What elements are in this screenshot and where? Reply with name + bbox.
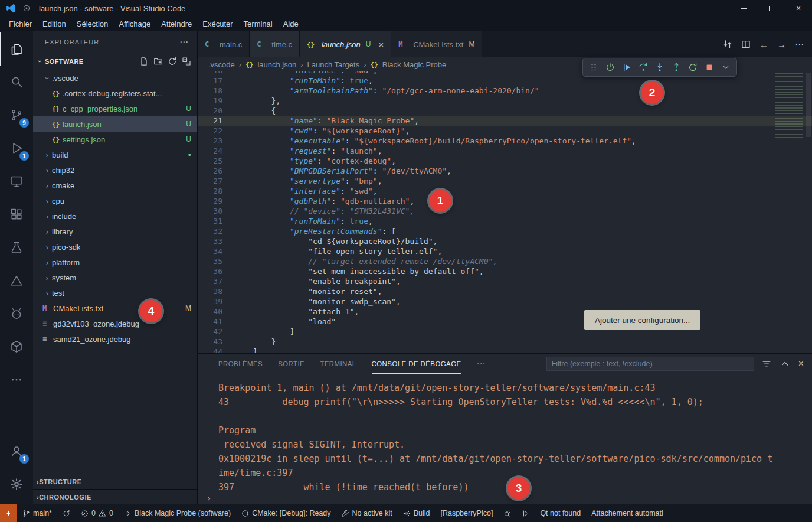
tree-item-cortex-debug-registers-stat[interactable]: {}.cortex-debug.registers.stat... bbox=[33, 86, 197, 101]
tree-item-build[interactable]: ›build● bbox=[33, 147, 197, 162]
activity-accounts[interactable]: 1 bbox=[0, 435, 33, 468]
status-auto-attach[interactable]: Attachement automati bbox=[586, 504, 669, 522]
restart-button[interactable] bbox=[685, 60, 700, 75]
maximize-button[interactable] bbox=[758, 0, 785, 17]
status-cmake-run[interactable] bbox=[516, 504, 535, 522]
tab-main-c[interactable]: Cmain.c bbox=[198, 31, 250, 57]
close-icon[interactable]: × bbox=[378, 40, 384, 50]
activity-extensions[interactable] bbox=[0, 198, 33, 231]
panel-more-icon[interactable]: ⋯ bbox=[477, 358, 486, 369]
tab-launch-json[interactable]: {}launch.jsonU× bbox=[300, 31, 391, 57]
tree-item-cmakelists-txt[interactable]: MCMakeLists.txtM bbox=[33, 301, 197, 316]
activity-more-views[interactable] bbox=[0, 363, 33, 396]
drag-grip-button[interactable] bbox=[586, 60, 601, 75]
step-over-button[interactable] bbox=[636, 60, 651, 75]
chevron-up-icon[interactable] bbox=[780, 359, 790, 368]
panel-tab-sortie[interactable]: SORTIE bbox=[278, 354, 304, 374]
panel-tab-problemes[interactable]: PROBLÈMES bbox=[218, 354, 263, 374]
minimap[interactable] bbox=[775, 73, 803, 139]
activity-run-and-debug[interactable]: 1 bbox=[0, 132, 33, 165]
tree-item-pico-sdk[interactable]: ›pico-sdk bbox=[33, 239, 197, 255]
status-cmake-target[interactable]: [RaspberryPico] bbox=[435, 504, 498, 522]
activity-platformio[interactable] bbox=[0, 297, 33, 330]
more-actions-icon[interactable]: ⋯ bbox=[795, 39, 804, 50]
tab-time-c[interactable]: Ctime.c bbox=[250, 31, 300, 57]
chevron-down-button[interactable] bbox=[718, 60, 734, 75]
console-filter-input[interactable] bbox=[546, 357, 754, 371]
status-cmake-build[interactable]: Build bbox=[398, 504, 436, 522]
status-cmake-status[interactable]: CMake: [Debug]: Ready bbox=[236, 504, 336, 522]
tree-item-settings-json[interactable]: {}settings.jsonU bbox=[33, 132, 197, 147]
stop-button[interactable] bbox=[702, 60, 717, 75]
refresh-icon[interactable] bbox=[168, 57, 177, 66]
status-problems[interactable]: 00 bbox=[76, 504, 119, 522]
step-out-button[interactable] bbox=[669, 60, 684, 75]
tree-item-chip32[interactable]: ›chip32 bbox=[33, 162, 197, 178]
tree-item-platform[interactable]: ›platform bbox=[33, 255, 197, 270]
add-configuration-button[interactable]: Ajouter une configuration... bbox=[584, 310, 700, 330]
menu-terminal[interactable]: Terminal bbox=[238, 17, 278, 31]
section-software[interactable]: › SOFTWARE bbox=[33, 53, 197, 70]
status-cmake-debug[interactable] bbox=[498, 504, 516, 522]
activity-settings[interactable] bbox=[0, 468, 33, 501]
code-editor[interactable]: 16 "interface": "swd",17 "runToMain": tr… bbox=[198, 71, 812, 353]
new-file-icon[interactable] bbox=[139, 57, 149, 66]
tree-item-cpu[interactable]: ›cpu bbox=[33, 193, 197, 208]
step-into-button[interactable] bbox=[652, 60, 667, 75]
section-structure[interactable]: ›STRUCTURE bbox=[33, 474, 197, 489]
breadcrumb-item-black-magic-probe[interactable]: {}Black Magic Probe bbox=[371, 60, 447, 69]
menu-selection[interactable]: Sélection bbox=[71, 17, 113, 31]
menu-affichage[interactable]: Affichage bbox=[113, 17, 156, 31]
status-git-branch[interactable]: main* bbox=[17, 504, 57, 522]
status-sync[interactable] bbox=[57, 504, 76, 522]
menu-edition[interactable]: Edition bbox=[37, 17, 71, 31]
tree-item-test[interactable]: ›test bbox=[33, 285, 197, 301]
tab-cmakelists-txt[interactable]: MCMakeLists.txtM bbox=[391, 31, 482, 57]
menu-aide[interactable]: Aide bbox=[278, 17, 304, 31]
activity-testing[interactable] bbox=[0, 231, 33, 264]
status-remote-indicator[interactable] bbox=[0, 504, 17, 522]
close-panel-icon[interactable]: × bbox=[798, 358, 804, 369]
breadcrumb-item-launch-json[interactable]: {}launch.json bbox=[245, 60, 296, 69]
power-button[interactable] bbox=[603, 60, 618, 75]
scrollbar[interactable] bbox=[806, 73, 811, 137]
tree-item-vscode[interactable]: ›.vscode bbox=[33, 70, 197, 86]
section-chronologie[interactable]: ›CHRONOLOGIE bbox=[33, 489, 197, 504]
console-prompt[interactable]: › bbox=[198, 492, 812, 504]
activity-cmake-tools[interactable] bbox=[0, 264, 33, 297]
panel-tab-console-de-debogage[interactable]: CONSOLE DE DÉBOGAGE bbox=[372, 354, 461, 374]
tree-item-launch-json[interactable]: {}launch.jsonU bbox=[33, 116, 197, 132]
status-launch-config[interactable]: Black Magic Probe (software) bbox=[119, 504, 236, 522]
activity-search[interactable] bbox=[0, 66, 33, 99]
panel-tab-terminal[interactable]: TERMINAL bbox=[320, 354, 356, 374]
back-icon[interactable]: ← bbox=[759, 40, 768, 50]
tree-item-include[interactable]: ›include bbox=[33, 208, 197, 224]
split-icon[interactable] bbox=[741, 40, 751, 49]
close-button[interactable]: × bbox=[785, 0, 812, 17]
breadcrumb-item-launch-targets[interactable]: Launch Targets bbox=[307, 60, 360, 69]
new-folder-icon[interactable] bbox=[153, 57, 163, 66]
forward-icon[interactable]: → bbox=[777, 40, 786, 50]
breadcrumb-item-vscode[interactable]: .vscode bbox=[208, 60, 235, 69]
tree-item-library[interactable]: ›library bbox=[33, 224, 197, 239]
menu-executer[interactable]: Exécuter bbox=[197, 17, 238, 31]
activity-source-control[interactable]: 9 bbox=[0, 99, 33, 132]
menu-fichier[interactable]: Fichier bbox=[4, 17, 37, 31]
filter-icon[interactable] bbox=[762, 359, 771, 368]
tree-item-system[interactable]: ›system bbox=[33, 270, 197, 285]
activity-package-explorer[interactable] bbox=[0, 330, 33, 363]
tree-item-c-cpp-properties-json[interactable]: {}c_cpp_properties.jsonU bbox=[33, 101, 197, 116]
compare-icon[interactable] bbox=[723, 40, 732, 49]
activity-explorer[interactable] bbox=[0, 32, 33, 66]
tree-item-samd21-ozone-jdebug[interactable]: ≡samd21_ozone.jdebug bbox=[33, 331, 197, 347]
tree-item-cmake[interactable]: ›cmake bbox=[33, 178, 197, 193]
explorer-more-icon[interactable]: ⋯ bbox=[179, 37, 189, 47]
tree-item-gd32vf103-ozone-jdebug[interactable]: ≡gd32vf103_ozone.jdebug bbox=[33, 316, 197, 331]
status-cmake-kit[interactable]: No active kit bbox=[336, 504, 398, 522]
minimize-button[interactable] bbox=[731, 0, 758, 17]
collapse-icon[interactable] bbox=[182, 57, 191, 66]
menu-atteindre[interactable]: Atteindre bbox=[156, 17, 197, 31]
status-qt-status[interactable]: Qt not found bbox=[535, 504, 586, 522]
continue-button[interactable] bbox=[619, 60, 634, 75]
activity-remote-explorer[interactable] bbox=[0, 165, 33, 198]
